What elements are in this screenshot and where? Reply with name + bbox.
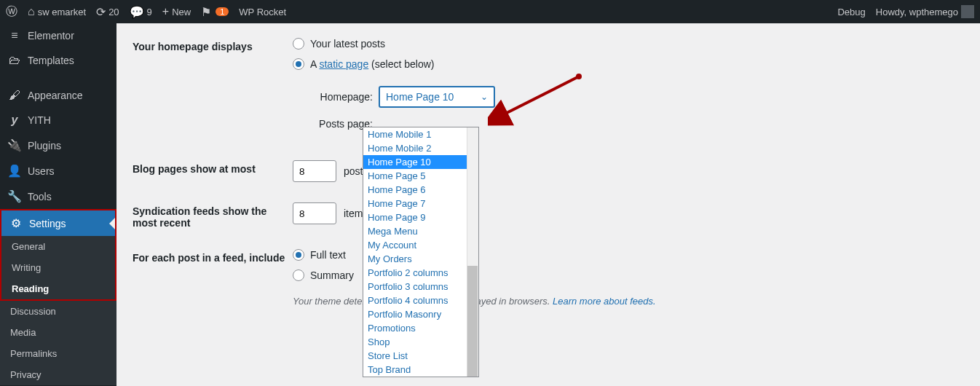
settings-submenu-rest: Discussion Media Permalinks Privacy <box>0 301 116 385</box>
dropdown-option[interactable]: Home Page 5 <box>363 169 478 183</box>
submenu-media[interactable]: Media <box>0 322 116 343</box>
radio-static-page[interactable]: A static page (select below) <box>293 58 965 70</box>
dropdown-option[interactable]: Home Mobile 1 <box>363 127 478 141</box>
row-syndication: Syndication feeds show the most recent i… <box>133 202 965 229</box>
homepage-dropdown[interactable]: Home Mobile 1Home Mobile 2Home Page 10Ho… <box>363 127 479 377</box>
admin-sidebar: ≡Elementor 🗁Templates 🖌Appearance yYITH … <box>0 23 116 386</box>
notif-icon: ⚑ <box>201 5 211 19</box>
radio-icon <box>293 38 304 50</box>
label-feed-include: For each post in a feed, include <box>133 249 293 290</box>
dropdown-option[interactable]: My Orders <box>363 252 478 266</box>
radio-label: A static page (select below) <box>310 58 434 70</box>
new-label: New <box>172 7 191 17</box>
label-syndication: Syndication feeds show the most recent <box>133 202 293 229</box>
homepage-select[interactable]: Home Page 10 ⌄ <box>379 86 495 108</box>
row-blog-pages: Blog pages show at most posts <box>133 160 965 182</box>
dropdown-option[interactable]: Portfolio 3 columns <box>363 280 478 294</box>
dropdown-option[interactable]: Promotions <box>363 321 478 335</box>
notif-badge: 1 <box>216 7 229 16</box>
sidebar-item-settings[interactable]: ⚙Settings <box>1 210 115 236</box>
site-name: sw emarket <box>38 7 86 17</box>
label-blog-pages: Blog pages show at most <box>133 160 293 182</box>
home-icon: ⌂ <box>28 5 35 18</box>
dropdown-option[interactable]: Portfolio Masonry <box>363 307 478 321</box>
updates-link[interactable]: ⟳20 <box>96 5 119 19</box>
chevron-down-icon: ⌄ <box>481 92 488 102</box>
brush-icon: 🖌 <box>7 89 22 102</box>
radio-icon <box>293 249 304 261</box>
plug-icon: 🔌 <box>7 138 22 152</box>
static-page-link[interactable]: static page <box>319 58 368 70</box>
dropdown-option[interactable]: Portfolio 4 columns <box>363 294 478 307</box>
dropdown-option[interactable]: Home Page 9 <box>363 210 478 224</box>
updates-count: 20 <box>108 7 119 17</box>
plus-icon: + <box>162 5 169 18</box>
sidebar-item-appearance[interactable]: 🖌Appearance <box>0 83 116 108</box>
dropdown-option[interactable]: Mega Menu <box>363 224 478 238</box>
yith-icon: y <box>7 114 22 127</box>
notif-link[interactable]: ⚑1 <box>201 5 229 19</box>
howdy-link[interactable]: Howdy, wpthemego <box>876 5 974 18</box>
radio-latest-posts[interactable]: Your latest posts <box>293 38 965 50</box>
blog-pages-input[interactable] <box>293 160 336 182</box>
radio-label: Full text <box>310 249 346 261</box>
avatar <box>961 5 974 18</box>
wordpress-icon: ⓦ <box>6 4 17 20</box>
radio-icon <box>293 269 304 281</box>
sidebar-item-plugins[interactable]: 🔌Plugins <box>0 133 116 158</box>
dropdown-option[interactable]: Shop <box>363 335 478 349</box>
dropdown-option[interactable]: My Account <box>363 238 478 252</box>
submenu-permalinks[interactable]: Permalinks <box>0 343 116 364</box>
site-link[interactable]: ⌂sw emarket <box>28 5 86 18</box>
homepage-select-label: Homepage: <box>313 91 373 103</box>
sliders-icon: ⚙ <box>9 216 23 230</box>
howdy-text: Howdy, wpthemego <box>876 7 958 17</box>
comments-link[interactable]: 💬9 <box>130 5 152 19</box>
sidebar-item-tools[interactable]: 🔧Tools <box>0 184 116 209</box>
admin-bar-left: ⓦ ⌂sw emarket ⟳20 💬9 +New ⚑1 WP Rocket <box>6 4 286 20</box>
dropdown-option[interactable]: Home Page 7 <box>363 197 478 210</box>
label-homepage-displays: Your homepage displays <box>133 38 293 140</box>
submenu-general[interactable]: General <box>1 236 115 257</box>
dropdown-option[interactable]: Home Page 10 <box>363 155 478 169</box>
scrollbar-thumb[interactable] <box>467 266 478 377</box>
dropdown-option[interactable]: Store List <box>363 349 478 363</box>
wprocket-label: WP Rocket <box>239 7 286 17</box>
homepage-select-row: Homepage: Home Page 10 ⌄ <box>313 86 965 108</box>
row-feed-include: For each post in a feed, include Full te… <box>133 249 965 290</box>
sidebar-item-elementor[interactable]: ≡Elementor <box>0 23 116 48</box>
learn-more-link[interactable]: Learn more about feeds. <box>553 296 656 307</box>
wprocket-link[interactable]: WP Rocket <box>239 7 286 17</box>
dropdown-option[interactable]: Home Mobile 2 <box>363 141 478 155</box>
sidebar-item-templates[interactable]: 🗁Templates <box>0 48 116 73</box>
submenu-discussion[interactable]: Discussion <box>0 301 116 322</box>
select-value: Home Page 10 <box>386 91 454 103</box>
elementor-icon: ≡ <box>7 29 22 42</box>
wrench-icon: 🔧 <box>7 189 22 203</box>
submenu-writing[interactable]: Writing <box>1 257 115 278</box>
dropdown-option[interactable]: Home Page 6 <box>363 183 478 197</box>
debug-link[interactable]: Debug <box>837 7 865 17</box>
submenu-reading[interactable]: Reading <box>1 278 115 299</box>
new-link[interactable]: +New <box>162 5 191 18</box>
dropdown-option[interactable]: Top Brand <box>363 363 478 377</box>
dropdown-option[interactable]: Portfolio 2 columns <box>363 266 478 280</box>
scrollbar[interactable] <box>467 127 478 377</box>
sidebar-item-yith[interactable]: yYITH <box>0 108 116 133</box>
main-content: Your homepage displays Your latest posts… <box>116 23 980 386</box>
radio-icon <box>293 58 304 70</box>
radio-label: Summary <box>310 269 354 281</box>
user-icon: 👤 <box>7 164 22 178</box>
comment-icon: 💬 <box>130 5 144 19</box>
admin-bar-right: Debug Howdy, wpthemego <box>837 5 974 18</box>
settings-submenu: General Writing Reading <box>1 236 115 299</box>
submenu-privacy[interactable]: Privacy <box>0 364 116 385</box>
radio-label: Your latest posts <box>310 38 385 50</box>
updates-icon: ⟳ <box>96 5 106 19</box>
row-homepage-displays: Your homepage displays Your latest posts… <box>133 38 965 140</box>
syndication-input[interactable] <box>293 202 336 224</box>
folder-icon: 🗁 <box>7 54 22 67</box>
admin-bar: ⓦ ⌂sw emarket ⟳20 💬9 +New ⚑1 WP Rocket D… <box>0 0 980 23</box>
wordpress-logo[interactable]: ⓦ <box>6 4 17 20</box>
sidebar-item-users[interactable]: 👤Users <box>0 158 116 184</box>
